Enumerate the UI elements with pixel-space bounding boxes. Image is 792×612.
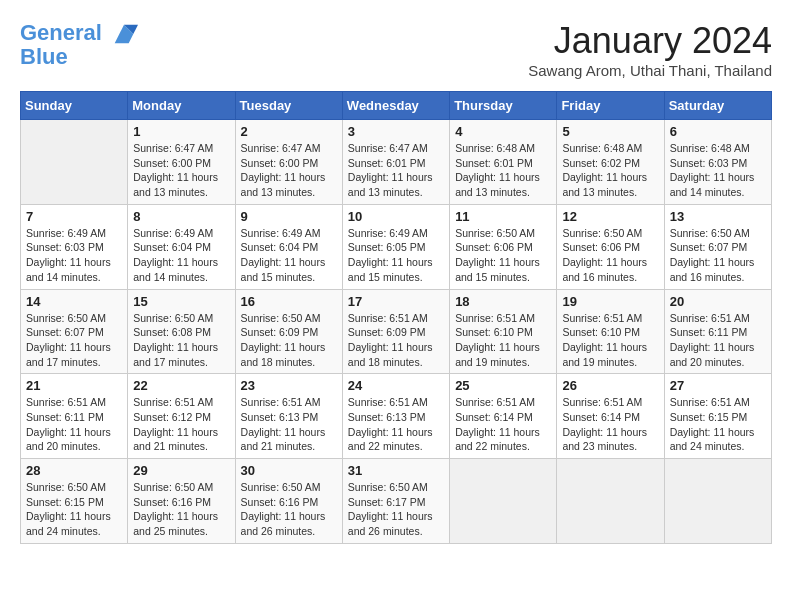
day-number: 8: [133, 209, 229, 224]
day-info: Sunrise: 6:50 AMSunset: 6:09 PMDaylight:…: [241, 311, 337, 370]
calendar-cell: 13Sunrise: 6:50 AMSunset: 6:07 PMDayligh…: [664, 204, 771, 289]
calendar-cell: 31Sunrise: 6:50 AMSunset: 6:17 PMDayligh…: [342, 459, 449, 544]
day-number: 20: [670, 294, 766, 309]
header-sunday: Sunday: [21, 92, 128, 120]
calendar-header-row: SundayMondayTuesdayWednesdayThursdayFrid…: [21, 92, 772, 120]
calendar-cell: 26Sunrise: 6:51 AMSunset: 6:14 PMDayligh…: [557, 374, 664, 459]
day-number: 9: [241, 209, 337, 224]
day-number: 21: [26, 378, 122, 393]
day-info: Sunrise: 6:49 AMSunset: 6:04 PMDaylight:…: [241, 226, 337, 285]
header-monday: Monday: [128, 92, 235, 120]
day-number: 28: [26, 463, 122, 478]
day-info: Sunrise: 6:51 AMSunset: 6:10 PMDaylight:…: [455, 311, 551, 370]
day-number: 19: [562, 294, 658, 309]
calendar-cell: 25Sunrise: 6:51 AMSunset: 6:14 PMDayligh…: [450, 374, 557, 459]
day-info: Sunrise: 6:47 AMSunset: 6:00 PMDaylight:…: [133, 141, 229, 200]
calendar-cell: [664, 459, 771, 544]
calendar-cell: [557, 459, 664, 544]
calendar-cell: 6Sunrise: 6:48 AMSunset: 6:03 PMDaylight…: [664, 120, 771, 205]
calendar-cell: 28Sunrise: 6:50 AMSunset: 6:15 PMDayligh…: [21, 459, 128, 544]
day-info: Sunrise: 6:49 AMSunset: 6:03 PMDaylight:…: [26, 226, 122, 285]
calendar-cell: 3Sunrise: 6:47 AMSunset: 6:01 PMDaylight…: [342, 120, 449, 205]
calendar-cell: 30Sunrise: 6:50 AMSunset: 6:16 PMDayligh…: [235, 459, 342, 544]
calendar-table: SundayMondayTuesdayWednesdayThursdayFrid…: [20, 91, 772, 544]
day-info: Sunrise: 6:49 AMSunset: 6:05 PMDaylight:…: [348, 226, 444, 285]
calendar-week-4: 21Sunrise: 6:51 AMSunset: 6:11 PMDayligh…: [21, 374, 772, 459]
day-info: Sunrise: 6:51 AMSunset: 6:15 PMDaylight:…: [670, 395, 766, 454]
calendar-cell: 5Sunrise: 6:48 AMSunset: 6:02 PMDaylight…: [557, 120, 664, 205]
calendar-cell: 17Sunrise: 6:51 AMSunset: 6:09 PMDayligh…: [342, 289, 449, 374]
month-title: January 2024: [528, 20, 772, 62]
calendar-week-3: 14Sunrise: 6:50 AMSunset: 6:07 PMDayligh…: [21, 289, 772, 374]
logo: General Blue: [20, 20, 138, 70]
day-info: Sunrise: 6:47 AMSunset: 6:00 PMDaylight:…: [241, 141, 337, 200]
day-info: Sunrise: 6:50 AMSunset: 6:07 PMDaylight:…: [670, 226, 766, 285]
day-number: 16: [241, 294, 337, 309]
header-tuesday: Tuesday: [235, 92, 342, 120]
day-info: Sunrise: 6:50 AMSunset: 6:06 PMDaylight:…: [562, 226, 658, 285]
day-info: Sunrise: 6:48 AMSunset: 6:01 PMDaylight:…: [455, 141, 551, 200]
day-info: Sunrise: 6:51 AMSunset: 6:11 PMDaylight:…: [26, 395, 122, 454]
calendar-cell: 19Sunrise: 6:51 AMSunset: 6:10 PMDayligh…: [557, 289, 664, 374]
day-info: Sunrise: 6:50 AMSunset: 6:17 PMDaylight:…: [348, 480, 444, 539]
day-number: 4: [455, 124, 551, 139]
day-info: Sunrise: 6:50 AMSunset: 6:15 PMDaylight:…: [26, 480, 122, 539]
day-number: 5: [562, 124, 658, 139]
day-info: Sunrise: 6:51 AMSunset: 6:11 PMDaylight:…: [670, 311, 766, 370]
day-number: 31: [348, 463, 444, 478]
day-info: Sunrise: 6:51 AMSunset: 6:09 PMDaylight:…: [348, 311, 444, 370]
day-info: Sunrise: 6:50 AMSunset: 6:16 PMDaylight:…: [241, 480, 337, 539]
calendar-cell: 21Sunrise: 6:51 AMSunset: 6:11 PMDayligh…: [21, 374, 128, 459]
day-info: Sunrise: 6:51 AMSunset: 6:13 PMDaylight:…: [241, 395, 337, 454]
calendar-week-5: 28Sunrise: 6:50 AMSunset: 6:15 PMDayligh…: [21, 459, 772, 544]
day-number: 29: [133, 463, 229, 478]
calendar-cell: 11Sunrise: 6:50 AMSunset: 6:06 PMDayligh…: [450, 204, 557, 289]
calendar-cell: 12Sunrise: 6:50 AMSunset: 6:06 PMDayligh…: [557, 204, 664, 289]
calendar-cell: 10Sunrise: 6:49 AMSunset: 6:05 PMDayligh…: [342, 204, 449, 289]
day-info: Sunrise: 6:50 AMSunset: 6:06 PMDaylight:…: [455, 226, 551, 285]
page-header: General Blue January 2024 Sawang Arom, U…: [20, 20, 772, 79]
day-number: 1: [133, 124, 229, 139]
day-info: Sunrise: 6:51 AMSunset: 6:14 PMDaylight:…: [455, 395, 551, 454]
calendar-cell: 23Sunrise: 6:51 AMSunset: 6:13 PMDayligh…: [235, 374, 342, 459]
calendar-week-1: 1Sunrise: 6:47 AMSunset: 6:00 PMDaylight…: [21, 120, 772, 205]
day-info: Sunrise: 6:50 AMSunset: 6:16 PMDaylight:…: [133, 480, 229, 539]
day-info: Sunrise: 6:48 AMSunset: 6:03 PMDaylight:…: [670, 141, 766, 200]
day-info: Sunrise: 6:49 AMSunset: 6:04 PMDaylight:…: [133, 226, 229, 285]
calendar-cell: 27Sunrise: 6:51 AMSunset: 6:15 PMDayligh…: [664, 374, 771, 459]
day-number: 24: [348, 378, 444, 393]
calendar-cell: 22Sunrise: 6:51 AMSunset: 6:12 PMDayligh…: [128, 374, 235, 459]
calendar-cell: 24Sunrise: 6:51 AMSunset: 6:13 PMDayligh…: [342, 374, 449, 459]
day-number: 12: [562, 209, 658, 224]
day-number: 13: [670, 209, 766, 224]
location-subtitle: Sawang Arom, Uthai Thani, Thailand: [528, 62, 772, 79]
day-number: 23: [241, 378, 337, 393]
day-number: 30: [241, 463, 337, 478]
calendar-cell: 1Sunrise: 6:47 AMSunset: 6:00 PMDaylight…: [128, 120, 235, 205]
calendar-week-2: 7Sunrise: 6:49 AMSunset: 6:03 PMDaylight…: [21, 204, 772, 289]
day-number: 25: [455, 378, 551, 393]
title-area: January 2024 Sawang Arom, Uthai Thani, T…: [528, 20, 772, 79]
calendar-cell: 14Sunrise: 6:50 AMSunset: 6:07 PMDayligh…: [21, 289, 128, 374]
day-number: 26: [562, 378, 658, 393]
day-info: Sunrise: 6:51 AMSunset: 6:13 PMDaylight:…: [348, 395, 444, 454]
calendar-cell: 7Sunrise: 6:49 AMSunset: 6:03 PMDaylight…: [21, 204, 128, 289]
day-info: Sunrise: 6:51 AMSunset: 6:14 PMDaylight:…: [562, 395, 658, 454]
calendar-cell: [450, 459, 557, 544]
day-info: Sunrise: 6:50 AMSunset: 6:07 PMDaylight:…: [26, 311, 122, 370]
day-number: 14: [26, 294, 122, 309]
day-number: 18: [455, 294, 551, 309]
day-info: Sunrise: 6:47 AMSunset: 6:01 PMDaylight:…: [348, 141, 444, 200]
day-number: 3: [348, 124, 444, 139]
day-info: Sunrise: 6:51 AMSunset: 6:12 PMDaylight:…: [133, 395, 229, 454]
header-wednesday: Wednesday: [342, 92, 449, 120]
calendar-cell: 18Sunrise: 6:51 AMSunset: 6:10 PMDayligh…: [450, 289, 557, 374]
calendar-cell: 4Sunrise: 6:48 AMSunset: 6:01 PMDaylight…: [450, 120, 557, 205]
day-number: 17: [348, 294, 444, 309]
day-info: Sunrise: 6:48 AMSunset: 6:02 PMDaylight:…: [562, 141, 658, 200]
calendar-cell: 15Sunrise: 6:50 AMSunset: 6:08 PMDayligh…: [128, 289, 235, 374]
day-number: 7: [26, 209, 122, 224]
calendar-cell: 29Sunrise: 6:50 AMSunset: 6:16 PMDayligh…: [128, 459, 235, 544]
day-info: Sunrise: 6:51 AMSunset: 6:10 PMDaylight:…: [562, 311, 658, 370]
day-info: Sunrise: 6:50 AMSunset: 6:08 PMDaylight:…: [133, 311, 229, 370]
